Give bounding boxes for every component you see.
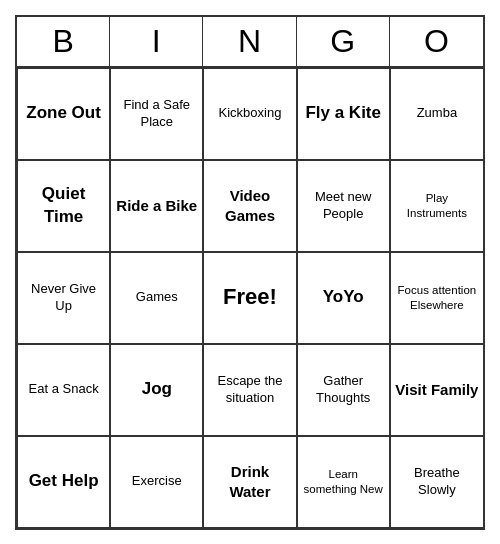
bingo-cell-text-9: Play Instruments: [395, 191, 479, 221]
bingo-cell-text-14: Focus attention Elsewhere: [395, 283, 479, 313]
bingo-cell-24[interactable]: Breathe Slowly: [390, 436, 483, 528]
bingo-cell-text-11: Games: [136, 289, 178, 306]
bingo-card: BINGO Zone OutFind a Safe PlaceKickboxin…: [15, 15, 485, 530]
bingo-cell-text-1: Find a Safe Place: [115, 97, 198, 131]
bingo-cell-text-3: Fly a Kite: [305, 102, 381, 124]
bingo-cell-2[interactable]: Kickboxing: [203, 68, 296, 160]
bingo-cell-text-4: Zumba: [417, 105, 457, 122]
bingo-cell-4[interactable]: Zumba: [390, 68, 483, 160]
header-letter-g: G: [297, 17, 390, 66]
bingo-grid: Zone OutFind a Safe PlaceKickboxingFly a…: [17, 68, 483, 528]
header-letter-n: N: [203, 17, 296, 66]
bingo-cell-text-24: Breathe Slowly: [395, 465, 479, 499]
bingo-cell-text-2: Kickboxing: [219, 105, 282, 122]
bingo-cell-12[interactable]: Free!: [203, 252, 296, 344]
bingo-cell-22[interactable]: Drink Water: [203, 436, 296, 528]
bingo-cell-text-8: Meet new People: [302, 189, 385, 223]
header-letter-b: B: [17, 17, 110, 66]
bingo-cell-6[interactable]: Ride a Bike: [110, 160, 203, 252]
bingo-cell-text-18: Gather Thoughts: [302, 373, 385, 407]
bingo-cell-20[interactable]: Get Help: [17, 436, 110, 528]
bingo-cell-7[interactable]: Video Games: [203, 160, 296, 252]
bingo-cell-text-22: Drink Water: [208, 462, 291, 501]
bingo-cell-text-21: Exercise: [132, 473, 182, 490]
bingo-cell-text-15: Eat a Snack: [29, 381, 99, 398]
bingo-header: BINGO: [17, 17, 483, 68]
bingo-cell-17[interactable]: Escape the situation: [203, 344, 296, 436]
bingo-cell-21[interactable]: Exercise: [110, 436, 203, 528]
bingo-cell-0[interactable]: Zone Out: [17, 68, 110, 160]
bingo-cell-14[interactable]: Focus attention Elsewhere: [390, 252, 483, 344]
bingo-cell-text-17: Escape the situation: [208, 373, 291, 407]
bingo-cell-11[interactable]: Games: [110, 252, 203, 344]
bingo-cell-5[interactable]: Quiet Time: [17, 160, 110, 252]
bingo-cell-text-23: Learn something New: [302, 467, 385, 497]
bingo-cell-16[interactable]: Jog: [110, 344, 203, 436]
header-letter-i: I: [110, 17, 203, 66]
bingo-cell-text-20: Get Help: [29, 470, 99, 492]
bingo-cell-9[interactable]: Play Instruments: [390, 160, 483, 252]
bingo-cell-text-19: Visit Family: [395, 380, 478, 400]
bingo-cell-text-16: Jog: [142, 378, 172, 400]
bingo-cell-18[interactable]: Gather Thoughts: [297, 344, 390, 436]
bingo-cell-1[interactable]: Find a Safe Place: [110, 68, 203, 160]
bingo-cell-text-7: Video Games: [208, 186, 291, 225]
bingo-cell-19[interactable]: Visit Family: [390, 344, 483, 436]
bingo-cell-8[interactable]: Meet new People: [297, 160, 390, 252]
header-letter-o: O: [390, 17, 483, 66]
bingo-cell-text-13: YoYo: [323, 286, 364, 308]
bingo-cell-13[interactable]: YoYo: [297, 252, 390, 344]
bingo-cell-3[interactable]: Fly a Kite: [297, 68, 390, 160]
bingo-cell-text-12: Free!: [223, 283, 277, 312]
bingo-cell-text-6: Ride a Bike: [116, 196, 197, 216]
bingo-cell-text-0: Zone Out: [26, 102, 101, 124]
bingo-cell-text-10: Never Give Up: [22, 281, 105, 315]
bingo-cell-10[interactable]: Never Give Up: [17, 252, 110, 344]
bingo-cell-text-5: Quiet Time: [22, 183, 105, 227]
bingo-cell-23[interactable]: Learn something New: [297, 436, 390, 528]
bingo-cell-15[interactable]: Eat a Snack: [17, 344, 110, 436]
